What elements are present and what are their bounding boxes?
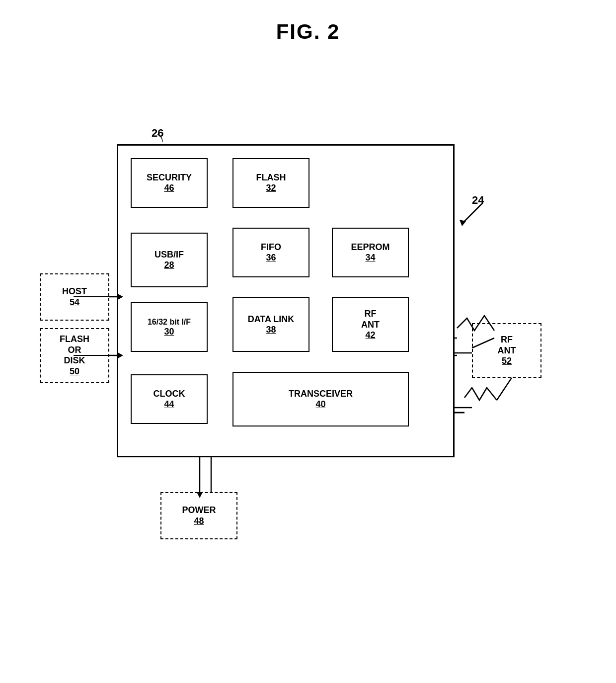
svg-line-9	[462, 204, 482, 224]
security-box: SECURITY 46	[131, 158, 208, 208]
host-box: HOST 54	[40, 273, 109, 321]
clock-box: CLOCK 44	[131, 374, 208, 424]
eeprom-box: EEPROM 34	[332, 228, 409, 277]
flash-box: FLASH 32	[232, 158, 309, 208]
page-title: FIG. 2	[0, 0, 616, 44]
rfant-int-box: RFANT 42	[332, 297, 409, 352]
bitif-box: 16/32 bit I/F 30	[131, 302, 208, 352]
rfant-ext-box: RFANT 52	[472, 323, 541, 378]
flash-disk-box: FLASH OR DISK 50	[40, 328, 109, 383]
main-chip-box: SECURITY 46 FLASH 32 USB/IF 28 FIFO 36 E…	[117, 144, 455, 457]
transceiver-box: TRANSCEIVER 40	[232, 372, 409, 427]
svg-line-22	[497, 378, 512, 400]
usbif-box: USB/IF 28	[131, 233, 208, 287]
fifo-box: FIFO 36	[232, 228, 309, 277]
datalink-box: DATA LINK 38	[232, 297, 309, 352]
power-box: POWER 48	[160, 492, 237, 539]
